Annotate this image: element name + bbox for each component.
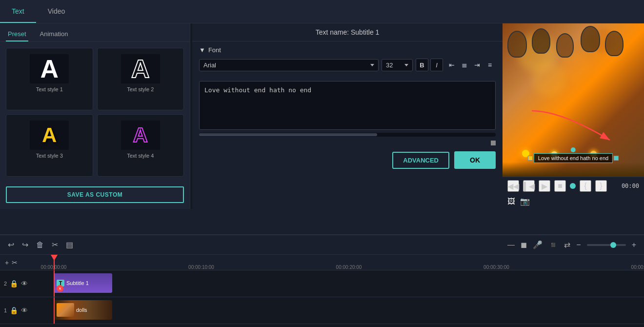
zoom-out-icon[interactable]: − (576, 241, 581, 249)
swap-icon[interactable]: ⇄ (564, 240, 570, 249)
align-right-button[interactable]: ⇥ (471, 59, 483, 71)
mic-icon[interactable]: 🎤 (533, 240, 543, 249)
zoom-in-icon[interactable]: + (632, 241, 636, 249)
italic-button[interactable]: I (430, 59, 443, 71)
collapse-icon: ▼ (199, 46, 205, 54)
tick-40: 00:00:40:00 (631, 265, 644, 270)
text-overlay-group[interactable]: Love without end hath no end (528, 147, 619, 163)
playback-indicator[interactable] (570, 183, 576, 189)
preset-preview-style4: A (121, 121, 160, 150)
font-size-chevron (404, 64, 408, 66)
redo-button[interactable]: ↪ (22, 240, 28, 249)
preset-item-style1[interactable]: A Text style 1 (6, 48, 93, 110)
track-controls-2: 2 🔒 👁 (0, 280, 54, 287)
bokeh-4 (532, 62, 566, 97)
zoom-thumb (610, 242, 616, 248)
ok-button[interactable]: OK (454, 151, 496, 169)
scroll-thumb (199, 133, 377, 136)
tick-10: 00:00:10:00 (188, 265, 214, 270)
clip-delete-icon[interactable]: × (57, 285, 63, 292)
track-row-2: 2 🔒 👁 T Subtitle 1 × (0, 270, 644, 297)
font-section: ▼ Font Arial 32 B I ⇤ ≣ (192, 41, 503, 81)
stop-button[interactable]: ■ (554, 180, 566, 192)
align-center-button[interactable]: ≣ (459, 59, 470, 71)
monitor-icon[interactable]: 🖼 (507, 197, 515, 206)
media-icon[interactable]: ◾ (548, 240, 558, 249)
tab-preset[interactable]: Preset (6, 27, 28, 41)
handle-left[interactable] (528, 156, 533, 161)
track-number-2: 2 (4, 281, 7, 286)
track-lock-icon-1[interactable]: 🔒 (10, 307, 18, 314)
preset-preview-style3: A (30, 121, 69, 150)
track-options-button[interactable]: ✂ (12, 259, 18, 266)
add-track-button[interactable]: + (5, 259, 9, 266)
preview-area: Love without end hath no end (503, 23, 644, 177)
playhead-triangle (51, 255, 58, 261)
bracket-close-button[interactable]: } (595, 180, 607, 192)
timeline-toolbar: ↩ ↪ 🗑 ✂ ▤ ⸻ ◼ 🎤 ◾ ⇄ − + (0, 235, 644, 255)
tab-animation[interactable]: Animation (38, 27, 70, 41)
track-visibility-icon-2[interactable]: 👁 (21, 280, 28, 287)
snapshot-icon[interactable]: 📷 (520, 197, 530, 206)
bold-button[interactable]: B (416, 59, 428, 71)
align-buttons: ⇤ ≣ ⇥ ≡ (446, 59, 496, 71)
left-panel: Preset Animation A Text style 1 A Text s… (0, 23, 190, 209)
font-controls-row: Arial 32 B I ⇤ ≣ ⇥ ≡ (199, 59, 496, 71)
delete-button[interactable]: 🗑 (36, 241, 44, 249)
align-left-button[interactable]: ⇤ (446, 59, 458, 71)
preview-text-overlay: Love without end hath no end (534, 153, 613, 163)
text-clip-subtitle1[interactable]: T Subtitle 1 × (54, 273, 112, 293)
text-editor-scrollbar[interactable] (199, 133, 496, 137)
align-justify-button[interactable]: ≡ (484, 59, 496, 71)
track-content-2: T Subtitle 1 × (54, 270, 644, 297)
middle-panel: Text name: Subtitle 1 ▼ Font Arial 32 B … (192, 23, 503, 209)
preset-item-style3[interactable]: A Text style 3 (6, 114, 93, 177)
preset-item-style4[interactable]: A Text style 4 (97, 114, 184, 177)
top-bar: Text Video (0, 0, 644, 23)
font-family-chevron (370, 64, 374, 66)
cut-button[interactable]: ✂ (52, 240, 58, 249)
text-style-buttons: B I (416, 59, 443, 71)
font-family-select[interactable]: Arial (199, 59, 379, 71)
track-playhead-1 (54, 297, 55, 324)
bottom-gradient (503, 162, 644, 177)
resize-handle (491, 141, 496, 145)
filter-button[interactable]: ▤ (66, 240, 73, 249)
main-layout: Preset Animation A Text style 1 A Text s… (0, 23, 644, 209)
skip-back-button[interactable]: ◀◀ (507, 180, 519, 192)
playhead[interactable] (54, 255, 55, 270)
preset-preview-style2: A (121, 54, 160, 83)
doll-1 (507, 31, 527, 58)
shield-icon[interactable]: ◼ (521, 240, 527, 249)
zoom-slider[interactable] (587, 244, 626, 246)
text-name-bar: Text name: Subtitle 1 (192, 23, 503, 41)
tab-text[interactable]: Text (0, 0, 36, 23)
motion-icon[interactable]: ⸻ (507, 241, 515, 249)
bracket-open-button[interactable]: { (580, 180, 591, 192)
advanced-button[interactable]: ADVANCED (392, 152, 449, 169)
tab-video[interactable]: Video (36, 0, 77, 23)
zoom-track (587, 244, 626, 246)
timeline-tracks: 2 🔒 👁 T Subtitle 1 × 1 🔒 👁 (0, 270, 644, 324)
preset-item-style2[interactable]: A Text style 2 (97, 48, 184, 110)
track-visibility-icon-1[interactable]: 👁 (21, 307, 28, 314)
track-lock-icon-2[interactable]: 🔒 (10, 280, 18, 287)
ruler-marks: 00:00:00:00 00:00:10:00 00:00:20:00 00:0… (54, 255, 644, 270)
handle-right[interactable] (614, 156, 619, 161)
track-number-1: 1 (4, 307, 7, 313)
handle-top-center[interactable] (571, 147, 576, 152)
doll-2 (532, 28, 550, 54)
toolbar-right-icons: ⸻ ◼ 🎤 ◾ ⇄ − + (507, 240, 636, 249)
doll-5 (605, 31, 624, 56)
video-clip-dolls[interactable]: dolls (54, 300, 112, 320)
time-display: 00:00 (622, 183, 639, 189)
controls-row: 🖼 📷 (503, 195, 644, 209)
save-as-custom-button[interactable]: SAVE AS CUSTOM (6, 186, 184, 203)
font-section-header[interactable]: ▼ Font (199, 46, 496, 54)
timeline-section: ↩ ↪ 🗑 ✂ ▤ ⸻ ◼ 🎤 ◾ ⇄ − + + ✂ (0, 234, 644, 327)
font-size-select[interactable]: 32 (382, 59, 413, 71)
frame-back-button[interactable]: ▌◀ (523, 180, 535, 192)
undo-button[interactable]: ↩ (8, 240, 14, 249)
play-button[interactable]: ▶ (539, 180, 550, 192)
text-editor[interactable] (199, 81, 496, 130)
